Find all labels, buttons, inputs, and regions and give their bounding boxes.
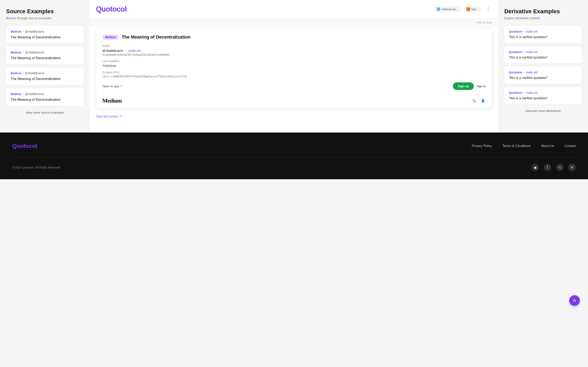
derivative-card-tag: Quotation (509, 91, 522, 94)
footer-links: Privacy PolicyTerms & ConditionsAbout Us… (472, 144, 576, 148)
modal-header: Medium The Meaning of Decentralization (102, 34, 486, 40)
source-card-dot: • (23, 92, 24, 96)
arbitrum-icon: A (437, 7, 440, 11)
ipfs-value: ipfs://QmWFAZZY9VtY4fpHaGZMgwXecxxZ7VDku… (102, 75, 486, 78)
user-preview-icon[interactable]: 👤 (480, 98, 486, 104)
author-row: @VitalikButerin | vitalik.eth (102, 49, 486, 52)
derivative-card-quote: "this is a varified quotation" (509, 35, 577, 39)
open-in-app-label: Open in app (102, 84, 119, 88)
source-card-author: @VitalikButerin (25, 92, 44, 96)
author-eth-link[interactable]: vitalik.eth (128, 49, 141, 52)
derivative-card-tag: Quotation (509, 50, 522, 54)
brand-logo: Quotocol (96, 5, 127, 13)
derivative-card[interactable]: Quotation • vitalik.eth "this is a varif… (504, 46, 582, 63)
source-card[interactable]: Medium • @VitalikButerin The Meaning of … (6, 88, 84, 106)
signup-button[interactable]: Sign up (453, 82, 474, 90)
source-card-tag: Medium (11, 72, 21, 75)
signin-button[interactable]: Sign in (476, 84, 486, 88)
derivative-card-meta: Quotation • vitalik.eth (509, 30, 577, 33)
derivative-cards-list: Quotation • vitalik.eth "this is a varif… (504, 26, 582, 104)
open-in-app[interactable]: Open in app ↗ (102, 84, 122, 88)
derivative-panel-title: Derivative Examples (504, 8, 582, 15)
source-panel: Source Examples Browse through source ex… (0, 0, 90, 133)
modal-source-tag: Medium (102, 35, 119, 40)
derivative-card-dot: • (523, 30, 525, 33)
source-card-tag: Medium (11, 92, 21, 96)
wallet-label: 0x0.... (471, 8, 479, 11)
source-card-author: @VitalikButerin (25, 30, 44, 33)
topbar: Quotocol A Arbitrum Se... 🦊 0x0.... ⋮ (90, 0, 498, 18)
derivative-card-eth: vitalik.eth (526, 71, 537, 74)
view-full-content-label: View full content (96, 115, 118, 118)
footer: Quotocol Privacy PolicyTerms & Condition… (0, 133, 588, 179)
source-card-title: The Meaning of Decentralization (11, 35, 79, 39)
ipfs-label: Content IPFS (102, 71, 486, 74)
derivative-card-dot: • (523, 91, 525, 94)
more-button[interactable]: ⋮ (484, 6, 492, 13)
modal-actions: Open in app ↗ Sign up Sign in (102, 82, 486, 90)
source-card-tag: Medium (11, 30, 21, 33)
derivative-card-eth: vitalik.eth (526, 91, 537, 94)
x-twitter-icon[interactable]: 𝕏 (556, 164, 563, 171)
footer-logo: Quotocol (12, 143, 37, 149)
derivative-card-eth: vitalik.eth (526, 30, 537, 33)
source-card-title: The Meaning of Decentralization (11, 98, 79, 102)
network-label: Arbitrum Se... (442, 8, 458, 11)
source-card-dot: • (23, 72, 24, 75)
source-card[interactable]: Medium • @VitalikButerin The Meaning of … (6, 26, 84, 43)
derivative-card-quote: "this is a varified quotation" (509, 76, 577, 80)
derivative-panel-subtitle: Explore derivative content (504, 16, 582, 20)
derivative-card-quote: "this is a varified quotation" (509, 96, 577, 100)
search-preview-icon[interactable]: 🔍 (471, 98, 477, 104)
modal-title: The Meaning of Decentralization (122, 34, 190, 40)
derivative-card-meta: Quotation • vitalik.eth (509, 71, 577, 74)
derivative-card[interactable]: Quotation • vitalik.eth "this is a varif… (504, 67, 582, 84)
footer-link[interactable]: Contact (564, 144, 576, 148)
source-card-author: @VitalikButerin (25, 51, 44, 54)
view-more-source-link[interactable]: View more source examples (6, 111, 84, 114)
source-card-title: The Meaning of Decentralization (11, 56, 79, 60)
footer-bottom: © 2024 Quotocol. All Rights Reserved. ◉f… (12, 164, 576, 171)
derivative-card-tag: Quotation (509, 71, 522, 74)
preview-icons: 🔍 👤 (471, 98, 486, 104)
wallet-icon: 🦊 (467, 7, 470, 11)
footer-divider (12, 157, 576, 158)
medium-wordmark: Medium (102, 98, 122, 104)
source-card-dot: • (23, 30, 24, 33)
topbar-right: A Arbitrum Se... 🦊 0x0.... ⋮ (434, 6, 492, 13)
instagram-icon[interactable]: ◉ (532, 164, 539, 171)
source-panel-subtitle: Browse through source examples (6, 16, 84, 20)
derivative-card[interactable]: Quotation • vitalik.eth "this is a varif… (504, 87, 582, 104)
modal-card: Medium The Meaning of Decentralization A… (96, 29, 492, 108)
source-card[interactable]: Medium • @VitalikButerin The Meaning of … (6, 67, 84, 85)
footer-link[interactable]: Terms & Conditions (502, 144, 531, 148)
open-arrow: ↗ (120, 85, 122, 88)
source-card-tag: Medium (11, 51, 21, 54)
network-badge[interactable]: A Arbitrum Se... (434, 6, 461, 12)
source-card[interactable]: Medium • @VitalikButerin The Meaning of … (6, 47, 84, 64)
footer-link[interactable]: Privacy Policy (472, 144, 492, 148)
derivative-card-dot: • (523, 50, 525, 54)
source-card-author: @VitalikButerin (25, 72, 44, 75)
author-address: 0xd8dA6BF26964aF9D7eEd9e03E53415D37aA960… (102, 53, 486, 56)
source-card-dot: • (23, 51, 24, 54)
view-full-content-link[interactable]: View full content ↗ (90, 112, 498, 120)
source-card-title: The Meaning of Decentralization (11, 77, 79, 81)
derivative-card-tag: Quotation (509, 30, 522, 33)
modal-preview: Medium 🔍 👤 (102, 94, 486, 104)
derivative-card-meta: Quotation • vitalik.eth (509, 50, 577, 54)
discover-more-link[interactable]: Discover more derivatives (504, 109, 582, 113)
derivative-card[interactable]: Quotation • vitalik.eth "this is a varif… (504, 26, 582, 43)
wallet-badge[interactable]: 🦊 0x0.... (464, 6, 481, 12)
derivative-card-quote: "this is a varified quotation" (509, 56, 577, 59)
derivative-panel: Derivative Examples Explore derivative c… (498, 0, 588, 133)
last-modified-date: 7/25/2018 (102, 64, 486, 67)
facebook-icon[interactable]: f (544, 164, 551, 171)
linkedin-icon[interactable]: in (568, 164, 576, 171)
action-buttons: Sign up Sign in (453, 82, 486, 90)
social-icons: ◉f𝕏in (532, 164, 576, 171)
source-card-meta: Medium • @VitalikButerin (11, 51, 79, 54)
footer-link[interactable]: About Us (541, 144, 554, 148)
author-sep: | (125, 49, 126, 52)
author-label: Author (102, 44, 486, 48)
